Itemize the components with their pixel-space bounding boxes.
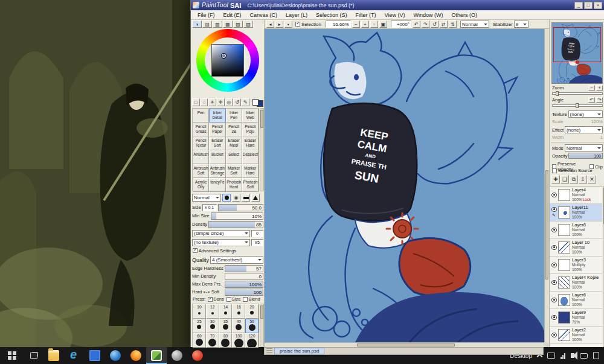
- clear-layer-icon[interactable]: ✕: [588, 175, 596, 184]
- prev-view-button[interactable]: [266, 21, 274, 28]
- menu-item[interactable]: Layer (L): [281, 12, 312, 18]
- lasso-icon[interactable]: ◌: [201, 98, 208, 106]
- tool-button[interactable]: Pencil Poju: [242, 123, 259, 136]
- advanced-settings-checkbox[interactable]: [193, 248, 198, 253]
- taskbar-app-button[interactable]: [167, 347, 187, 364]
- start-button[interactable]: [0, 347, 24, 364]
- layer-row[interactable]: ✎ Layer3 Multiply 100%: [550, 257, 602, 274]
- quality-select[interactable]: 4 (Smoothest): [210, 256, 263, 264]
- size-scale-button[interactable]: x 0.1: [202, 204, 217, 211]
- view-mode-select[interactable]: Normal: [460, 21, 489, 28]
- taskbar-app-button[interactable]: [43, 347, 64, 364]
- layer-opacity-slider[interactable]: 100: [568, 153, 603, 159]
- brush-size-cell[interactable]: 25: [193, 319, 206, 333]
- volume-icon[interactable]: [571, 353, 574, 358]
- taskbar-app-button[interactable]: [126, 347, 146, 364]
- brush-tip-shape[interactable]: [251, 194, 260, 202]
- brush-size-cell[interactable]: 40: [232, 319, 245, 333]
- layer-row[interactable]: ✎ Layer4 Kopie Normal 100%: [550, 274, 602, 292]
- navigator-view-rect[interactable]: [553, 27, 601, 62]
- tool-button[interactable]: Pen: [193, 109, 209, 123]
- tool-button[interactable]: Pencil 2B: [226, 123, 242, 136]
- nav-angle-slider[interactable]: [552, 104, 603, 107]
- pressure-checkbox[interactable]: [243, 297, 248, 302]
- maximize-button[interactable]: □: [584, 2, 593, 9]
- layer-visibility-eye-icon[interactable]: [551, 228, 557, 232]
- layer-texture-select[interactable]: (none): [568, 110, 603, 118]
- flip-vertical-button[interactable]: [449, 21, 457, 28]
- new-layer-icon[interactable]: ✚: [551, 175, 560, 184]
- brush-size-cell[interactable]: 70: [206, 333, 219, 348]
- close-button[interactable]: ×: [594, 2, 602, 9]
- scratchpad-tab[interactable]: ▧: [243, 21, 253, 28]
- zoom-reset-button[interactable]: [370, 21, 378, 28]
- tool-button[interactable]: Pencil Paper: [209, 123, 225, 136]
- layer-visibility-eye-icon[interactable]: [551, 315, 557, 320]
- menu-item[interactable]: Canvas (C): [246, 12, 282, 18]
- tool-button[interactable]: fancyPe: [209, 178, 225, 192]
- menu-item[interactable]: View (V): [381, 12, 410, 18]
- min-size-slider[interactable]: 10%: [211, 212, 263, 220]
- swatches-tab[interactable]: ▨: [233, 21, 243, 28]
- layer-row[interactable]: ✎ Layer4 Normal 100%Lock: [550, 187, 602, 204]
- menu-item[interactable]: Window (W): [409, 12, 447, 18]
- brush-texture-strength[interactable]: 95: [251, 239, 263, 246]
- tool-button[interactable]: Deselect: [242, 150, 259, 164]
- selection-toggle[interactable]: Selection: [295, 22, 321, 27]
- taskbar-app-button[interactable]: [146, 347, 167, 364]
- canvas-viewport[interactable]: [265, 29, 544, 342]
- nav-zoom-out-button[interactable]: [588, 85, 595, 91]
- pressure-option[interactable]: Dens: [208, 296, 224, 302]
- tool-button[interactable]: Airbrush Stronge: [209, 164, 225, 178]
- network-signal-icon[interactable]: [561, 353, 565, 359]
- title-bar[interactable]: PaintTool SAI C:\Users\julia\Desktop\pra…: [191, 0, 604, 10]
- pressure-option[interactable]: Blend: [243, 296, 260, 302]
- task-view-button[interactable]: [24, 347, 43, 364]
- brush-size-cell[interactable]: 10: [193, 304, 206, 319]
- nav-rotate-ccw-button[interactable]: [588, 97, 595, 103]
- advanced-settings-toggle[interactable]: Advanced Settings: [193, 248, 236, 254]
- brush-texture-select[interactable]: (no texture): [192, 239, 250, 246]
- duplicate-layer-icon[interactable]: ⧉: [570, 175, 578, 184]
- merge-down-icon[interactable]: ⇩: [579, 175, 587, 184]
- nav-zoom-slider[interactable]: [552, 92, 603, 95]
- nav-zoom-in-button[interactable]: [596, 85, 603, 91]
- brush-tip-circle[interactable]: [222, 194, 231, 202]
- tabstrip-grip[interactable]: [266, 348, 272, 354]
- tool-button[interactable]: Eraser Medi: [226, 136, 242, 150]
- nav-rotate-cw-button[interactable]: [596, 97, 603, 103]
- stabilizer-select[interactable]: 9: [514, 21, 528, 28]
- tool-button[interactable]: Inker Pen: [226, 109, 242, 123]
- tool-button[interactable]: Photosh Soft: [242, 178, 259, 192]
- taskbar-app-button[interactable]: [105, 347, 126, 364]
- canvas-horizontal-scrollbar[interactable]: [265, 342, 544, 347]
- layer-visibility-eye-icon[interactable]: [551, 298, 557, 302]
- selection-checkbox[interactable]: [295, 22, 300, 27]
- tool-button[interactable]: Acrylic Oily: [193, 178, 209, 192]
- layer-visibility-eye-icon[interactable]: [551, 333, 557, 337]
- angle-field[interactable]: +000°: [391, 21, 411, 28]
- mixer-tab[interactable]: ▦: [223, 21, 233, 28]
- size-palette-scrollbar[interactable]: [260, 304, 264, 346]
- keyboard-icon[interactable]: [580, 353, 588, 359]
- brush-size-cell[interactable]: 50: [245, 319, 259, 333]
- taskbar-app-button[interactable]: [64, 347, 85, 364]
- rotate-reset-button[interactable]: [431, 21, 439, 28]
- rect-select-icon[interactable]: □: [192, 98, 200, 106]
- pressure-option[interactable]: Size: [226, 296, 241, 302]
- notification-center-icon[interactable]: [593, 352, 599, 359]
- brush-tip-flat[interactable]: [242, 194, 250, 202]
- advanced-slider[interactable]: 57: [225, 265, 263, 272]
- layer-visibility-eye-icon[interactable]: [551, 263, 557, 267]
- zoom-out-button[interactable]: [352, 21, 360, 28]
- move-icon[interactable]: ✛: [217, 98, 225, 106]
- foreground-color-swatch[interactable]: [252, 99, 259, 106]
- eyedropper-icon[interactable]: ✎: [242, 98, 249, 106]
- brush-size-cell[interactable]: 120: [245, 333, 259, 348]
- fit-window-button[interactable]: [379, 21, 387, 28]
- zoom-field[interactable]: 16.66%: [326, 21, 351, 28]
- brush-tip-soft[interactable]: [232, 194, 240, 202]
- layer-effect-select[interactable]: (none): [565, 126, 603, 133]
- menu-item[interactable]: Others (O): [447, 12, 481, 18]
- rgb-slider-tab[interactable]: ▤: [202, 21, 212, 28]
